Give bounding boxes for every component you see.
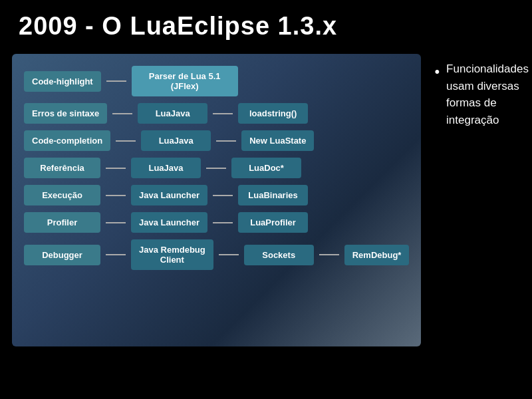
connector-debugger (106, 254, 126, 255)
inner-connector-code-completion-0 (216, 140, 236, 142)
connector-referencia (106, 168, 126, 169)
connector-execucao (106, 195, 126, 196)
diagram-area: Code-highlightParser de Lua 5.1(JFlex)Er… (12, 54, 421, 346)
cell-profiler-1: LuaProfiler (238, 212, 308, 233)
label-code-highlight: Code-highlight (24, 71, 101, 92)
cell-profiler-0: Java Launcher (131, 212, 207, 233)
title-area: 2009 - O LuaEclipse 1.3.x (0, 0, 532, 47)
cell-execucao-1: LuaBinaries (238, 185, 308, 205)
diagram-row-execucao: ExecuçãoJava LauncherLuaBinaries (24, 185, 409, 205)
page-title: 2009 - O LuaEclipse 1.3.x (19, 12, 513, 41)
cell-code-completion-1: New LuaState (241, 130, 314, 151)
diagram-row-profiler: ProfilerJava LauncherLuaProfiler (24, 212, 409, 233)
connector-profiler (106, 222, 126, 223)
label-profiler: Profiler (24, 212, 100, 233)
diagram-row-code-completion: Code-completionLuaJavaNew LuaState (24, 130, 409, 151)
cell-execucao-0: Java Launcher (131, 185, 207, 205)
label-code-completion: Code-completion (24, 130, 110, 151)
inner-connector-profiler-0 (213, 222, 233, 223)
cell-code-completion-0: LuaJava (141, 130, 211, 151)
cell-erros-sintaxe-0: LuaJava (138, 103, 207, 124)
bullet-text: Funcionalidadesusam diversasformas deint… (446, 61, 529, 128)
cell-debugger-2: RemDebug* (344, 245, 410, 265)
diagram-row-erros-sintaxe: Erros de sintaxeLuaJavaloadstring() (24, 103, 409, 124)
inner-connector-debugger-0 (219, 254, 239, 255)
inner-connector-erros-sintaxe-0 (213, 113, 233, 114)
connector-code-highlight (106, 80, 126, 82)
diagram-row-referencia: ReferênciaLuaJavaLuaDoc* (24, 158, 409, 178)
diagram-row-debugger: DebuggerJava RemdebugClientSocketsRemDeb… (24, 239, 409, 270)
connector-code-completion (116, 140, 136, 142)
inner-connector-debugger-1 (319, 254, 339, 255)
cell-code-highlight-0: Parser de Lua 5.1(JFlex) (132, 66, 238, 96)
cell-referencia-1: LuaDoc* (231, 158, 301, 178)
label-referencia: Referência (24, 158, 100, 178)
inner-connector-referencia-0 (206, 168, 226, 169)
bullet-area: • Funcionalidadesusam diversasformas dei… (434, 54, 529, 346)
bullet-dot: • (434, 62, 440, 82)
cell-debugger-1: Sockets (244, 245, 314, 265)
diagram-row-code-highlight: Code-highlightParser de Lua 5.1(JFlex) (24, 66, 409, 96)
cell-referencia-0: LuaJava (131, 158, 201, 178)
label-debugger: Debugger (24, 245, 100, 265)
connector-erros-sintaxe (112, 113, 132, 114)
inner-connector-execucao-0 (213, 195, 233, 196)
cell-erros-sintaxe-1: loadstring() (238, 103, 308, 124)
label-erros-sintaxe: Erros de sintaxe (24, 103, 107, 124)
label-execucao: Execução (24, 185, 100, 205)
cell-debugger-0: Java RemdebugClient (131, 239, 213, 270)
